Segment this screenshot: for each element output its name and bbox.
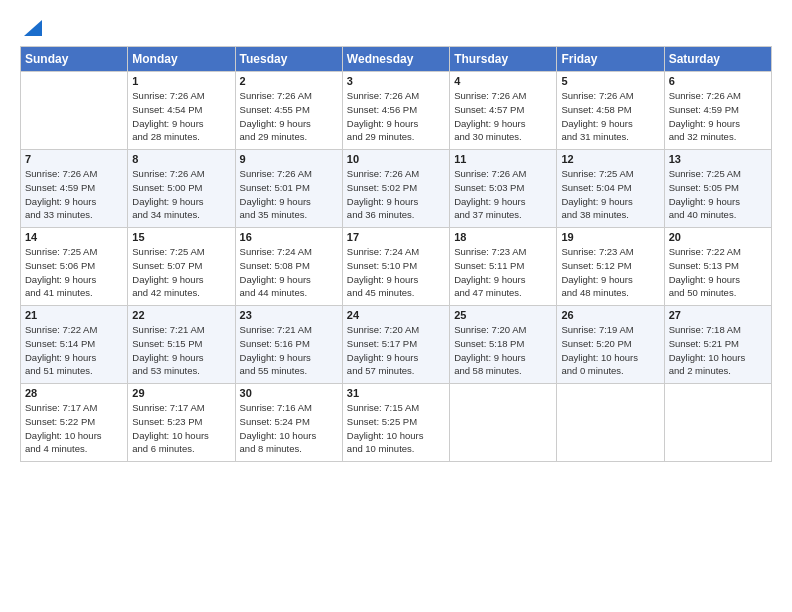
cell-line: Sunset: 5:08 PM [240,260,310,271]
cell-content: Sunrise: 7:19 AMSunset: 5:20 PMDaylight:… [561,323,659,378]
cell-line: and 32 minutes. [669,131,737,142]
day-number: 6 [669,75,767,87]
cell-content: Sunrise: 7:26 AMSunset: 4:56 PMDaylight:… [347,89,445,144]
cell-line: Sunset: 5:10 PM [347,260,417,271]
cell-line: Sunrise: 7:26 AM [454,168,526,179]
cell-content: Sunrise: 7:26 AMSunset: 5:02 PMDaylight:… [347,167,445,222]
cell-line: Daylight: 9 hours [669,196,740,207]
cell-line: Sunrise: 7:26 AM [669,90,741,101]
cell-line: and 36 minutes. [347,209,415,220]
cell-line: Sunrise: 7:23 AM [561,246,633,257]
calendar-cell: 9Sunrise: 7:26 AMSunset: 5:01 PMDaylight… [235,150,342,228]
calendar-cell: 25Sunrise: 7:20 AMSunset: 5:18 PMDayligh… [450,306,557,384]
cell-line: Sunset: 4:57 PM [454,104,524,115]
cell-line: Daylight: 9 hours [132,274,203,285]
cell-line: Sunset: 5:12 PM [561,260,631,271]
cell-line: and 42 minutes. [132,287,200,298]
cell-line: Daylight: 9 hours [454,196,525,207]
calendar-cell: 17Sunrise: 7:24 AMSunset: 5:10 PMDayligh… [342,228,449,306]
calendar-cell: 22Sunrise: 7:21 AMSunset: 5:15 PMDayligh… [128,306,235,384]
calendar-cell: 5Sunrise: 7:26 AMSunset: 4:58 PMDaylight… [557,72,664,150]
calendar-cell: 15Sunrise: 7:25 AMSunset: 5:07 PMDayligh… [128,228,235,306]
day-number: 16 [240,231,338,243]
cell-line: Sunrise: 7:25 AM [132,246,204,257]
day-header-monday: Monday [128,47,235,72]
cell-line: Daylight: 9 hours [25,352,96,363]
calendar-cell: 6Sunrise: 7:26 AMSunset: 4:59 PMDaylight… [664,72,771,150]
header-row: SundayMondayTuesdayWednesdayThursdayFrid… [21,47,772,72]
calendar-cell: 18Sunrise: 7:23 AMSunset: 5:11 PMDayligh… [450,228,557,306]
cell-content: Sunrise: 7:24 AMSunset: 5:08 PMDaylight:… [240,245,338,300]
cell-content: Sunrise: 7:25 AMSunset: 5:07 PMDaylight:… [132,245,230,300]
cell-line: and 29 minutes. [347,131,415,142]
calendar-cell: 8Sunrise: 7:26 AMSunset: 5:00 PMDaylight… [128,150,235,228]
cell-line: Sunset: 5:04 PM [561,182,631,193]
cell-line: Daylight: 9 hours [347,274,418,285]
day-number: 2 [240,75,338,87]
day-number: 18 [454,231,552,243]
day-number: 21 [25,309,123,321]
logo [20,18,42,36]
cell-line: Sunrise: 7:23 AM [454,246,526,257]
calendar-cell: 12Sunrise: 7:25 AMSunset: 5:04 PMDayligh… [557,150,664,228]
day-header-saturday: Saturday [664,47,771,72]
cell-line: Sunrise: 7:25 AM [25,246,97,257]
cell-line: Sunrise: 7:22 AM [669,246,741,257]
cell-line: Sunrise: 7:26 AM [347,90,419,101]
cell-line: and 6 minutes. [132,443,194,454]
calendar-cell: 28Sunrise: 7:17 AMSunset: 5:22 PMDayligh… [21,384,128,462]
cell-content: Sunrise: 7:18 AMSunset: 5:21 PMDaylight:… [669,323,767,378]
cell-line: Sunset: 5:06 PM [25,260,95,271]
cell-line: Daylight: 9 hours [25,274,96,285]
calendar-cell: 26Sunrise: 7:19 AMSunset: 5:20 PMDayligh… [557,306,664,384]
cell-line: Sunset: 5:01 PM [240,182,310,193]
day-number: 15 [132,231,230,243]
cell-line: and 31 minutes. [561,131,629,142]
cell-content: Sunrise: 7:21 AMSunset: 5:15 PMDaylight:… [132,323,230,378]
day-number: 30 [240,387,338,399]
calendar-cell: 24Sunrise: 7:20 AMSunset: 5:17 PMDayligh… [342,306,449,384]
cell-content: Sunrise: 7:25 AMSunset: 5:05 PMDaylight:… [669,167,767,222]
week-row-4: 21Sunrise: 7:22 AMSunset: 5:14 PMDayligh… [21,306,772,384]
cell-line: Sunset: 4:55 PM [240,104,310,115]
calendar-cell [21,72,128,150]
cell-content: Sunrise: 7:17 AMSunset: 5:23 PMDaylight:… [132,401,230,456]
day-number: 5 [561,75,659,87]
logo-area [20,18,42,36]
cell-line: Sunrise: 7:18 AM [669,324,741,335]
day-number: 4 [454,75,552,87]
day-number: 13 [669,153,767,165]
day-header-sunday: Sunday [21,47,128,72]
cell-line: and 28 minutes. [132,131,200,142]
cell-line: Daylight: 9 hours [240,118,311,129]
day-number: 28 [25,387,123,399]
cell-content: Sunrise: 7:26 AMSunset: 5:01 PMDaylight:… [240,167,338,222]
cell-line: Sunrise: 7:26 AM [347,168,419,179]
calendar-cell: 29Sunrise: 7:17 AMSunset: 5:23 PMDayligh… [128,384,235,462]
day-header-thursday: Thursday [450,47,557,72]
cell-line: Sunset: 4:59 PM [25,182,95,193]
cell-line: and 8 minutes. [240,443,302,454]
cell-content: Sunrise: 7:16 AMSunset: 5:24 PMDaylight:… [240,401,338,456]
cell-content: Sunrise: 7:23 AMSunset: 5:11 PMDaylight:… [454,245,552,300]
day-number: 10 [347,153,445,165]
calendar-cell: 16Sunrise: 7:24 AMSunset: 5:08 PMDayligh… [235,228,342,306]
week-row-3: 14Sunrise: 7:25 AMSunset: 5:06 PMDayligh… [21,228,772,306]
cell-line: Sunset: 5:02 PM [347,182,417,193]
calendar-cell: 4Sunrise: 7:26 AMSunset: 4:57 PMDaylight… [450,72,557,150]
cell-content: Sunrise: 7:26 AMSunset: 4:54 PMDaylight:… [132,89,230,144]
cell-content: Sunrise: 7:21 AMSunset: 5:16 PMDaylight:… [240,323,338,378]
cell-content: Sunrise: 7:22 AMSunset: 5:13 PMDaylight:… [669,245,767,300]
day-number: 31 [347,387,445,399]
cell-line: and 47 minutes. [454,287,522,298]
cell-line: Daylight: 9 hours [132,118,203,129]
cell-line: Sunrise: 7:22 AM [25,324,97,335]
calendar-cell: 3Sunrise: 7:26 AMSunset: 4:56 PMDaylight… [342,72,449,150]
cell-content: Sunrise: 7:20 AMSunset: 5:18 PMDaylight:… [454,323,552,378]
cell-content: Sunrise: 7:26 AMSunset: 4:58 PMDaylight:… [561,89,659,144]
cell-line: Sunset: 5:17 PM [347,338,417,349]
cell-line: Daylight: 9 hours [25,196,96,207]
day-number: 23 [240,309,338,321]
day-header-friday: Friday [557,47,664,72]
cell-content: Sunrise: 7:15 AMSunset: 5:25 PMDaylight:… [347,401,445,456]
